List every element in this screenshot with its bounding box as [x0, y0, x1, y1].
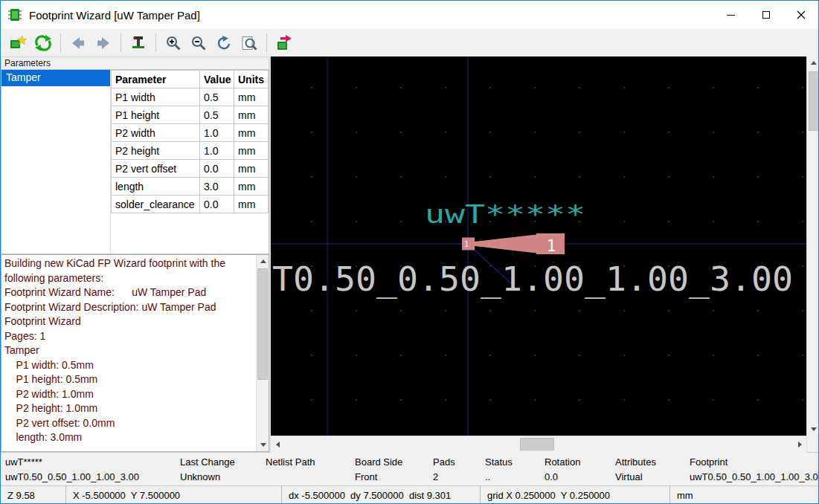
toolbar	[1, 29, 818, 56]
zoom-fit-icon	[241, 35, 257, 51]
param-value-cell[interactable]: 0.0	[200, 160, 234, 178]
param-value-cell[interactable]: 0.0	[200, 196, 234, 213]
page-list: Tamper	[1, 70, 111, 253]
param-units-cell: mm	[234, 160, 269, 178]
param-value-cell[interactable]: 0.5	[200, 106, 234, 124]
param-units-cell: mm	[234, 124, 269, 142]
main-area: Parameters Tamper Parameter Value Units	[1, 56, 818, 452]
message-text: Building new KiCad FP Wizard footprint w…	[1, 255, 256, 451]
param-value-cell[interactable]: 1.0	[200, 124, 234, 142]
status-last-change: Last Change Unknown	[176, 453, 261, 485]
arrow-left-icon	[70, 35, 86, 51]
col-header-parameter: Parameter	[112, 71, 200, 88]
table-row[interactable]: P2 height 1.0 mm	[112, 142, 269, 160]
message-panel: Building new KiCad FP Wizard footprint w…	[1, 254, 269, 452]
zoom-out-icon	[190, 35, 207, 51]
message-scrollbar[interactable]	[256, 255, 269, 451]
scrollbar-thumb[interactable]	[257, 268, 268, 380]
table-row[interactable]: solder_clearance 0.0 mm	[112, 196, 269, 213]
table-row[interactable]: P1 height 0.5 mm	[112, 106, 269, 124]
table-row[interactable]: P2 width 1.0 mm	[112, 124, 269, 142]
export-footprint-button[interactable]	[126, 31, 151, 54]
zoom-in-button[interactable]	[161, 31, 186, 54]
pad2-number-large: 1	[547, 237, 556, 255]
param-units-cell: mm	[234, 142, 269, 160]
minimize-icon	[727, 15, 735, 16]
table-row[interactable]: length 3.0 mm	[112, 178, 269, 196]
insert-board-icon	[275, 34, 293, 52]
redraw-button[interactable]	[211, 31, 237, 54]
zoom-level: Z 9.58	[1, 486, 66, 504]
pad1-number-small: 1	[464, 239, 469, 249]
insert-footprint-to-board-button[interactable]	[272, 31, 297, 54]
wizard-icon	[9, 34, 27, 52]
zoom-in-icon	[165, 35, 182, 51]
scroll-right-button[interactable]	[793, 436, 806, 453]
scroll-left-button[interactable]	[271, 436, 284, 453]
page-list-item-tamper[interactable]: Tamper	[1, 70, 110, 86]
status-footprint: Footprint uwT0.50_0.50_1.00_1.00_3.0	[685, 453, 818, 485]
reference-text: uwT*****	[425, 199, 585, 229]
status-bar: uwT***** uwT0.50_0.50_1.00_1.00_3.00 Las…	[1, 452, 818, 485]
horizontal-scrollbar[interactable]	[271, 436, 806, 452]
scroll-down-icon	[260, 443, 266, 447]
param-name-cell: solder_clearance	[112, 196, 200, 213]
table-row[interactable]: P1 width 0.5 mm	[112, 88, 269, 106]
scrollbar-track[interactable]	[284, 436, 793, 453]
zoom-out-button[interactable]	[186, 31, 211, 54]
status-board-side: Board Side Front	[350, 453, 428, 485]
refresh-icon	[34, 34, 52, 52]
zoom-to-fit-button[interactable]	[237, 31, 262, 54]
table-row[interactable]: P2 vert offset 0.0 mm	[112, 160, 269, 178]
param-units-cell: mm	[234, 196, 269, 213]
toolbar-separator	[60, 33, 61, 52]
scroll-down-button[interactable]	[257, 439, 269, 451]
param-value-cell[interactable]: 3.0	[200, 178, 234, 196]
previous-page-button[interactable]	[65, 31, 91, 54]
arrow-right-icon	[95, 35, 112, 51]
status-status: Status ..	[481, 453, 540, 485]
coordinates-bar: Z 9.58 X -5.500000 Y 7.500000 dx -5.5000…	[1, 485, 818, 504]
scroll-down-button[interactable]	[807, 423, 819, 436]
param-value-cell[interactable]: 1.0	[200, 142, 234, 160]
vertical-scrollbar[interactable]	[807, 56, 819, 436]
param-name-cell: length	[112, 178, 200, 196]
update-parameters-button[interactable]	[30, 31, 56, 54]
scroll-down-icon	[811, 427, 817, 431]
scroll-up-icon	[260, 259, 266, 263]
footprint-wizard-window: Footprint Wizard [uW Tamper Pad]	[0, 0, 819, 504]
param-name-cell: P2 width	[112, 124, 200, 142]
close-button[interactable]	[783, 1, 818, 29]
status-pads: Pads 2	[428, 453, 481, 485]
next-page-button[interactable]	[91, 31, 116, 54]
toolbar-separator	[155, 33, 156, 52]
scrollbar-corner	[807, 436, 819, 452]
toolbar-separator	[266, 33, 267, 52]
status-attributes: Attributes Virtual	[611, 453, 685, 485]
maximize-icon	[762, 11, 770, 19]
status-rotation: Rotation 0.0	[540, 453, 611, 485]
param-name-cell: P1 width	[112, 88, 200, 106]
titlebar[interactable]: Footprint Wizard [uW Tamper Pad]	[1, 1, 818, 29]
units-indicator: mm	[670, 486, 818, 504]
parameters-panel-header: Parameters	[1, 56, 269, 69]
scroll-up-button[interactable]	[807, 56, 819, 69]
footprint-name-text: T0.50_0.50_1.00_1.00_3.00	[272, 259, 793, 299]
param-units-cell: mm	[234, 106, 269, 124]
scroll-up-icon	[811, 61, 817, 65]
param-units-cell: mm	[234, 88, 269, 106]
scroll-left-icon	[276, 442, 280, 448]
minimize-button[interactable]	[713, 1, 748, 29]
col-header-value: Value	[200, 71, 234, 88]
toolbar-separator	[121, 33, 121, 52]
app-icon	[7, 7, 22, 22]
scroll-up-button[interactable]	[257, 255, 269, 268]
scrollbar-thumb[interactable]	[809, 71, 819, 131]
scrollbar-thumb[interactable]	[520, 438, 554, 450]
parameters-panel: Parameters Tamper Parameter Value Units	[1, 56, 271, 452]
maximize-button[interactable]	[748, 1, 783, 29]
select-wizard-button[interactable]	[5, 31, 30, 54]
param-value-cell[interactable]: 0.5	[200, 88, 234, 106]
param-name-cell: P2 vert offset	[112, 160, 200, 178]
canvas[interactable]: 1 1 uwT***** T0.50_0.50_1.00_1.00_3.00	[271, 56, 806, 436]
